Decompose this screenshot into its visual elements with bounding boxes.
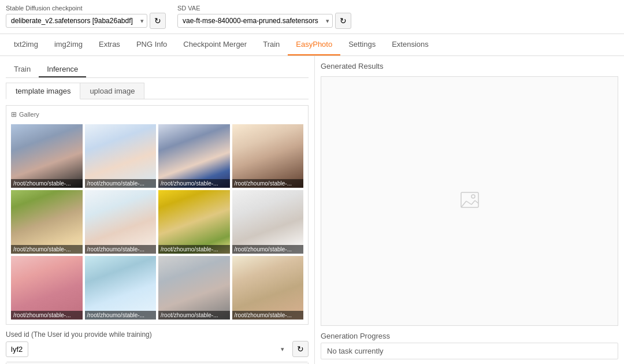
- list-item[interactable]: /root/zhoumo/stable-...: [11, 124, 83, 188]
- sub-tabs: template images upload image: [6, 83, 309, 99]
- user-id-refresh-button[interactable]: ↻: [292, 341, 309, 357]
- content-area: Train Inference template images upload i…: [0, 56, 624, 364]
- checkpoint-dropdown-wrapper: deliberate_v2.safetensors [9aba26abdf]: [6, 14, 147, 28]
- left-panel: Train Inference template images upload i…: [0, 56, 315, 364]
- svg-line-2: [466, 201, 471, 205]
- user-id-select-wrapper: lyf2: [6, 341, 289, 357]
- user-id-select[interactable]: lyf2: [6, 341, 28, 357]
- svg-line-4: [475, 200, 478, 203]
- tab-extensions[interactable]: Extensions: [384, 34, 437, 55]
- list-item[interactable]: /root/zhoumo/stable-...: [85, 256, 157, 320]
- progress-label: Generation Progress: [321, 332, 618, 340]
- list-item[interactable]: /root/zhoumo/stable-...: [232, 256, 304, 320]
- image-path: /root/zhoumo/stable-...: [11, 245, 83, 254]
- vae-section: SD VAE vae-ft-mse-840000-ema-pruned.safe…: [177, 5, 351, 29]
- image-path: /root/zhoumo/stable-...: [158, 245, 230, 254]
- tab-img2img[interactable]: img2img: [46, 34, 91, 55]
- image-path: /root/zhoumo/stable-...: [232, 245, 304, 254]
- image-path: /root/zhoumo/stable-...: [11, 311, 83, 320]
- inner-tab-train[interactable]: Train: [6, 62, 39, 77]
- right-panel: Generated Results Generation Progress No…: [315, 56, 624, 364]
- svg-line-1: [461, 201, 466, 207]
- tab-checkpoint-merger[interactable]: Checkpoint Merger: [175, 34, 255, 55]
- vae-select[interactable]: vae-ft-mse-840000-ema-pruned.safetensors: [177, 14, 333, 28]
- svg-point-5: [471, 195, 475, 198]
- image-path: /root/zhoumo/stable-...: [85, 179, 157, 188]
- checkpoint-label: Stable Diffusion checkpoint: [6, 5, 166, 12]
- svg-line-3: [471, 200, 475, 205]
- list-item[interactable]: /root/zhoumo/stable-...: [158, 124, 230, 188]
- progress-section: Generation Progress No task currently: [321, 332, 618, 359]
- inner-tab-inference[interactable]: Inference: [39, 62, 86, 77]
- checkpoint-select[interactable]: deliberate_v2.safetensors [9aba26abdf]: [6, 14, 147, 28]
- sub-tab-upload-image[interactable]: upload image: [80, 83, 144, 99]
- image-path: /root/zhoumo/stable-...: [232, 311, 304, 320]
- tab-txt2img[interactable]: txt2img: [6, 34, 46, 55]
- top-bar: Stable Diffusion checkpoint deliberate_v…: [0, 0, 624, 34]
- list-item[interactable]: /root/zhoumo/stable-...: [11, 256, 83, 320]
- image-path: /root/zhoumo/stable-...: [158, 311, 230, 320]
- vae-label: SD VAE: [177, 5, 351, 12]
- tab-easyphoto[interactable]: EasyPhoto: [288, 34, 340, 55]
- user-id-label: Used id (The User id you provide while t…: [6, 330, 309, 339]
- image-path: /root/zhoumo/stable-...: [158, 179, 230, 188]
- inner-tabs: Train Inference: [6, 62, 309, 78]
- tab-train[interactable]: Train: [255, 34, 288, 55]
- vae-dropdown-row: vae-ft-mse-840000-ema-pruned.safetensors…: [177, 13, 351, 29]
- tab-settings[interactable]: Settings: [340, 34, 384, 55]
- image-path: /root/zhoumo/stable-...: [232, 179, 304, 188]
- image-grid: /root/zhoumo/stable-... /root/zhoumo/sta…: [11, 124, 303, 320]
- list-item[interactable]: /root/zhoumo/stable-...: [158, 190, 230, 254]
- nav-tabs: txt2img img2img Extras PNG Info Checkpoi…: [0, 34, 624, 56]
- user-id-section: Used id (The User id you provide while t…: [6, 330, 309, 357]
- image-placeholder-icon: [460, 192, 479, 211]
- gallery-container: Gallery /root/zhoumo/stable-... /root/zh…: [6, 105, 309, 325]
- result-image-area: [321, 76, 618, 326]
- sub-tab-template-images[interactable]: template images: [6, 83, 80, 99]
- list-item[interactable]: /root/zhoumo/stable-...: [232, 124, 304, 188]
- tab-extras[interactable]: Extras: [91, 34, 128, 55]
- list-item[interactable]: /root/zhoumo/stable-...: [85, 190, 157, 254]
- list-item[interactable]: /root/zhoumo/stable-...: [85, 124, 157, 188]
- image-path: /root/zhoumo/stable-...: [85, 311, 157, 320]
- advanced-options: Advanced Options ◀: [6, 362, 309, 364]
- tab-pnginfo[interactable]: PNG Info: [128, 34, 175, 55]
- list-item[interactable]: /root/zhoumo/stable-...: [11, 190, 83, 254]
- gallery-label: Gallery: [11, 110, 39, 118]
- list-item[interactable]: /root/zhoumo/stable-...: [232, 190, 304, 254]
- generated-results-label: Generated Results: [321, 62, 618, 70]
- svg-rect-0: [461, 192, 478, 207]
- progress-value: No task currently: [321, 343, 618, 359]
- image-path: /root/zhoumo/stable-...: [85, 245, 157, 254]
- checkpoint-refresh-button[interactable]: ↻: [150, 13, 166, 29]
- vae-refresh-button[interactable]: ↻: [335, 13, 351, 29]
- image-path: /root/zhoumo/stable-...: [11, 179, 83, 188]
- user-id-row: lyf2 ↻: [6, 341, 309, 357]
- checkpoint-dropdown-row: deliberate_v2.safetensors [9aba26abdf] ↻: [6, 13, 166, 29]
- list-item[interactable]: /root/zhoumo/stable-...: [158, 256, 230, 320]
- vae-dropdown-wrapper: vae-ft-mse-840000-ema-pruned.safetensors: [177, 14, 333, 28]
- checkpoint-section: Stable Diffusion checkpoint deliberate_v…: [6, 5, 166, 29]
